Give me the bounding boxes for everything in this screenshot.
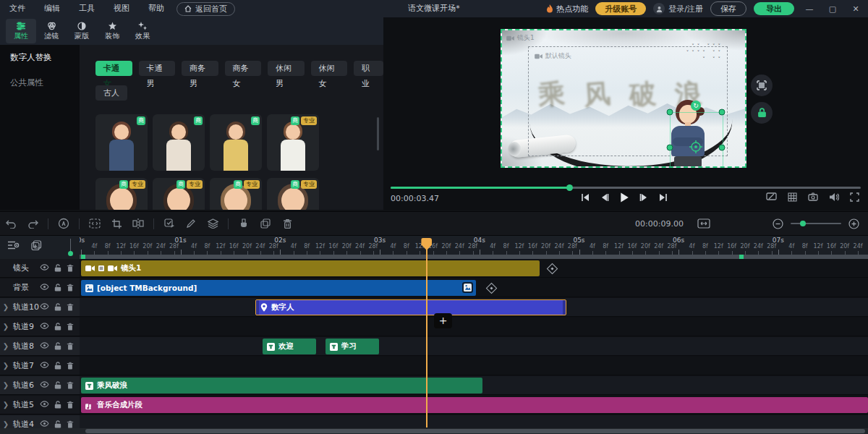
avatar-card[interactable]: 商专业 [153,178,205,210]
maximize-button[interactable]: ▢ [825,4,841,14]
category-chip-休闲男[interactable]: 休闲男 [268,61,305,76]
horizontal-scrollbar-thumb[interactable] [85,429,865,433]
clip-数字人[interactable]: 数字人 [255,299,566,315]
zoom-slider-knob[interactable] [800,221,806,226]
expand-chevron-icon[interactable]: ❯ [0,420,12,428]
toggle-visibility-icon[interactable] [40,342,49,350]
avatar-card[interactable]: 商 [153,114,205,171]
clip-乘风破浪[interactable]: 乘风破浪 [81,378,482,393]
lock-track-icon[interactable] [54,362,61,370]
category-chip-古人[interactable]: 古人 [95,85,127,101]
clip-学习[interactable]: 学习 [326,339,379,354]
playhead-line[interactable] [426,239,427,427]
avatar-card[interactable]: 商专业 [267,178,319,210]
toggle-visibility-icon[interactable] [40,381,49,389]
lock-track-icon[interactable] [54,323,61,331]
avatar-card[interactable]: 商专业 [95,178,148,210]
minimize-button[interactable]: — [801,4,817,14]
add-keyframe-at-playhead-button[interactable]: + [434,313,452,328]
delete-track-icon[interactable] [67,323,74,331]
resize-handle[interactable] [719,109,726,116]
track-lane-轨道7[interactable] [80,357,868,375]
toggle-visibility-icon[interactable] [40,323,49,331]
toggle-visibility-icon[interactable] [40,284,49,292]
add-track-button[interactable] [31,240,42,250]
category-chip-职业[interactable]: 职业 [354,61,383,76]
menu-编辑[interactable]: 编辑 [35,0,69,17]
fit-selection-button[interactable] [751,75,773,96]
expand-chevron-icon[interactable]: ❯ [0,362,12,370]
prev-frame-button[interactable] [600,192,610,203]
timeline-ruler[interactable]: 0s4f8f12f16f20f24f28f01s4f8f12f16f20f24f… [80,236,868,259]
delete-track-icon[interactable] [67,362,74,370]
track-lane-轨道8[interactable]: 欢迎学习 [80,337,868,356]
tab-蒙版[interactable]: 蒙版 [67,19,97,43]
toggle-visibility-icon[interactable] [40,362,49,370]
category-chip-商务女[interactable]: 商务女 [225,61,262,76]
menu-视图[interactable]: 视图 [104,0,139,17]
avatar-card[interactable]: 商专业 [210,178,262,210]
delete-track-icon[interactable] [67,401,74,409]
clip-欢迎[interactable]: 欢迎 [263,339,316,354]
tab-属性[interactable]: 属性 [6,19,36,43]
category-chip-卡通男[interactable]: 卡通男 [139,61,176,76]
record-point-button[interactable] [53,218,75,229]
skip-end-button[interactable] [658,192,668,203]
avatar-card[interactable]: 商专业 [267,114,319,171]
copy-button[interactable] [255,218,276,229]
brush-clean-button[interactable] [233,218,255,229]
toggle-visibility-icon[interactable] [40,264,49,272]
playback-progress-bar[interactable] [391,187,861,189]
lock-track-icon[interactable] [54,284,61,292]
avatar-card[interactable]: 商 [95,114,148,171]
snapshot-button[interactable] [808,192,818,202]
zoom-out-button[interactable] [773,218,783,229]
delete-track-icon[interactable] [67,303,74,311]
next-frame-button[interactable] [639,192,649,203]
clip-音乐合成片段[interactable]: 音乐合成片段 [81,397,868,413]
fullscreen-button[interactable] [850,192,859,202]
sidebar-item-数字人替换[interactable]: 数字人替换 [0,45,80,70]
undo-button[interactable] [0,219,22,229]
track-lane-轨道9[interactable] [80,318,868,336]
redo-button[interactable] [22,219,43,229]
resize-handle[interactable] [667,144,673,150]
fit-timeline-button[interactable] [697,218,710,229]
toggle-visibility-icon[interactable] [40,420,49,428]
delete-track-icon[interactable] [67,342,74,350]
menu-帮助[interactable]: 帮助 [139,0,174,17]
add-keyframe-diamond[interactable] [486,283,498,294]
delete-track-icon[interactable] [67,420,74,428]
category-chip-卡通女[interactable]: 卡通女 [95,61,132,76]
lock-button[interactable] [751,102,773,124]
tab-效果[interactable]: 效果 [127,19,158,43]
skip-start-button[interactable] [580,192,590,203]
upgrade-account-button[interactable]: 升级账号 [595,2,646,15]
expand-chevron-icon[interactable]: ❯ [0,323,12,331]
volume-button[interactable] [829,192,839,202]
mirror-screen-button[interactable] [766,192,777,202]
track-lane-背景[interactable]: [object TMBackground] [80,278,868,297]
play-button[interactable] [619,192,629,203]
progress-knob[interactable] [566,184,573,191]
lock-track-icon[interactable] [54,381,61,389]
track-manager-button[interactable] [7,240,20,250]
close-window-button[interactable]: ✕ [848,4,864,14]
track-lane-轨道5[interactable]: 音乐合成片段 [80,396,868,414]
resize-handle[interactable] [667,109,673,116]
back-home-button[interactable]: 返回首页 [176,2,235,16]
track-lane-轨道6[interactable]: 乘风破浪 [80,376,868,395]
sidebar-item-公共属性[interactable]: 公共属性 [0,70,80,95]
category-chip-休闲女[interactable]: 休闲女 [311,61,348,76]
crop-button[interactable] [106,218,127,229]
panel-scrollbar[interactable] [377,117,379,150]
layers-button[interactable] [202,218,224,229]
expand-chevron-icon[interactable]: ❯ [0,303,12,311]
toggle-visibility-icon[interactable] [40,401,49,409]
resize-handle[interactable] [719,144,726,150]
clip-[object TMBackground][interactable]: [object TMBackground] [81,280,476,296]
multi-select-button[interactable] [158,218,180,229]
login-button[interactable]: 登录/注册 [653,3,703,14]
menu-工具[interactable]: 工具 [69,0,104,17]
code-box-button[interactable] [84,218,106,229]
